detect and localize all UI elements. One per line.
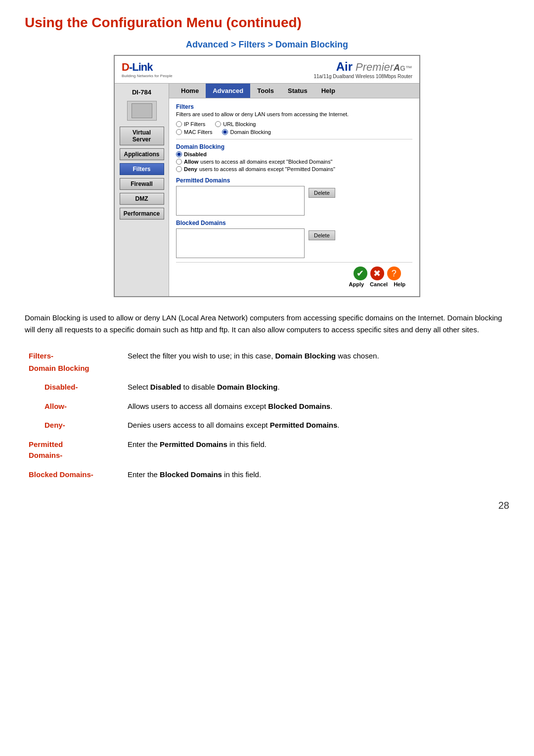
radio-url-blocking[interactable]: URL Blocking [215,121,256,127]
term-permitted-desc: Enter the Permitted Domains in this fiel… [124,436,509,466]
permitted-field-row: Delete [176,186,412,216]
nav-advanced[interactable]: Advanced [206,84,250,98]
term-permitted-label: PermittedDomains- [25,436,124,466]
router-body: DI-784 Virtual Server Applications Filte… [115,84,419,296]
domain-blocking-section: Domain Blocking Disabled Allow users to … [176,143,412,172]
sidebar-item-dmz[interactable]: DMZ [120,193,164,205]
nav-tools[interactable]: Tools [250,84,281,98]
sidebar-item-performance[interactable]: Performance [120,208,164,220]
term-deny-desc: Denies users access to all domains excep… [124,417,509,436]
term-deny: Deny- Denies users access to all domains… [25,417,509,436]
sidebar-item-firewall[interactable]: Firewall [120,178,164,190]
dlink-logo-sub: Building Networks for People [122,74,173,78]
radio-mac-filters[interactable]: MAC Filters [176,129,212,135]
help-icon[interactable]: ? [387,267,401,280]
term-permitted: PermittedDomains- Enter the Permitted Do… [25,436,509,466]
air-premier-logo: Air PremierAG™ 11a/11g Dualband Wireless… [313,60,412,79]
blocked-domains-section: Blocked Domains Delete [176,220,412,258]
term-disabled-label: Disabled- [25,379,124,398]
radio-disabled[interactable]: Disabled [176,151,412,157]
device-label: DI-784 [132,89,151,96]
term-blocked: Blocked Domains- Enter the Blocked Domai… [25,466,509,486]
radio-allow[interactable]: Allow users to access all domains except… [176,159,412,165]
device-icon [127,101,157,121]
blocked-delete-button[interactable]: Delete [309,230,335,240]
section-header: Advanced > Filters > Domain Blocking [25,40,509,50]
term-blocked-desc: Enter the Blocked Domains in this field. [124,466,509,486]
filter-type-row2: MAC Filters Domain Blocking [176,129,412,135]
cancel-icon[interactable]: ✖ [370,267,384,280]
term-filters-label: Filters-Domain Blocking [25,348,124,379]
filter-type-row: IP Filters URL Blocking [176,121,412,127]
help-label: Help [394,281,405,287]
router-header: D-Link Building Networks for People Air … [115,56,419,84]
action-bar: ✔ ✖ ? Apply Cancel Help [176,262,412,291]
term-disabled: Disabled- Select Disabled to disable Dom… [25,379,509,398]
dlink-logo: D-Link Building Networks for People [122,61,173,78]
sidebar-item-filters[interactable]: Filters [120,163,164,175]
terms-table: Filters-Domain Blocking Select the filte… [25,348,509,485]
filters-title: Filters [176,103,412,110]
router-main: Home Advanced Tools Status Help Filters … [169,84,419,296]
description-body: Domain Blocking is used to allow or deny… [25,312,509,336]
radio-deny[interactable]: Deny users to access all domains except … [176,166,412,172]
blocked-domains-input[interactable] [176,228,305,258]
permitted-delete-button[interactable]: Delete [309,188,335,198]
air-premier-sub: 11a/11g Dualband Wireless 108Mbps Router [313,74,412,79]
filters-desc: Filters are used to allow or deny LAN us… [176,111,412,117]
term-allow-desc: Allows users to access all domains excep… [124,398,509,417]
router-sidebar: DI-784 Virtual Server Applications Filte… [115,84,169,296]
blocked-field-row: Delete [176,228,412,258]
nav-status[interactable]: Status [281,84,314,98]
domain-blocking-title: Domain Blocking [176,143,412,150]
nav-home[interactable]: Home [174,84,206,98]
top-nav: Home Advanced Tools Status Help [169,84,419,98]
radio-ip-filters[interactable]: IP Filters [176,121,205,127]
permitted-domains-input[interactable] [176,186,305,216]
apply-icon[interactable]: ✔ [354,267,367,280]
page-number: 28 [25,500,509,511]
radio-domain-blocking[interactable]: Domain Blocking [222,129,271,135]
term-allow: Allow- Allows users to access all domain… [25,398,509,417]
content-area: Filters Filters are used to allow or den… [169,98,419,296]
term-filters: Filters-Domain Blocking Select the filte… [25,348,509,379]
page-title: Using the Configuration Menu (continued) [25,15,509,31]
permitted-domains-section: Permitted Domains Delete [176,177,412,216]
sidebar-item-virtual-server[interactable]: Virtual Server [120,127,164,145]
dlink-logo-text: D-Link [122,61,152,74]
nav-help[interactable]: Help [314,84,342,98]
router-ui: D-Link Building Networks for People Air … [114,55,420,297]
permitted-domains-label: Permitted Domains [176,177,412,184]
apply-label: Apply [349,281,364,287]
term-allow-label: Allow- [25,398,124,417]
term-blocked-label: Blocked Domains- [25,466,124,486]
term-disabled-desc: Select Disabled to disable Domain Blocki… [124,379,509,398]
term-deny-label: Deny- [25,417,124,436]
sidebar-item-applications[interactable]: Applications [120,148,164,160]
term-filters-desc: Select the filter you wish to use; in th… [124,348,509,379]
domain-blocking-options: Disabled Allow users to access all domai… [176,151,412,172]
cancel-label: Cancel [370,281,388,287]
blocked-domains-label: Blocked Domains [176,220,412,226]
